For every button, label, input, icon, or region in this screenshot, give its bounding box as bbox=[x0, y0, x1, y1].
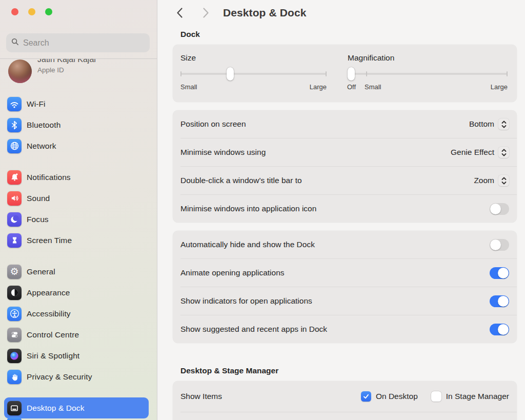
position-on-screen-row: Position on screen Bottom bbox=[173, 110, 517, 138]
minimise-windows-using-row: Minimise windows using Genie Effect bbox=[173, 138, 517, 166]
hourglass-icon bbox=[7, 233, 22, 248]
minimise-into-icon-row: Minimise windows into application icon bbox=[173, 195, 517, 223]
select-value: Genie Effect bbox=[451, 148, 494, 157]
size-slider[interactable] bbox=[180, 67, 327, 81]
sidebar-item-siri[interactable]: Siri & Spotlight bbox=[4, 345, 149, 366]
sidebar-item-control-centre[interactable]: Control Centre bbox=[4, 324, 149, 345]
header: Desktop & Dock bbox=[158, 0, 525, 19]
slider-track[interactable] bbox=[348, 73, 508, 75]
sidebar-item-privacy[interactable]: Privacy & Security bbox=[4, 366, 149, 387]
checkbox-label: On Desktop bbox=[376, 392, 418, 401]
sidebar-item-bluetooth[interactable]: Bluetooth bbox=[4, 114, 149, 135]
sidebar-item-label: Network bbox=[27, 142, 56, 151]
row-label: Show suggested and recent apps in Dock bbox=[180, 325, 327, 334]
row-label: Minimise windows using bbox=[180, 148, 266, 157]
avatar bbox=[8, 59, 32, 83]
magnification-max-label: Large bbox=[491, 83, 508, 91]
hand-icon bbox=[7, 370, 22, 384]
apple-id-subtitle: Apple ID bbox=[37, 66, 96, 74]
show-suggested-apps-row: Show suggested and recent apps in Dock bbox=[173, 315, 517, 343]
sidebar: Jatin Kajal Kajal Apple ID Wi-Fi Bluetoo… bbox=[0, 0, 157, 420]
slider-tick bbox=[507, 71, 508, 76]
minimize-button[interactable] bbox=[28, 8, 35, 15]
forward-button[interactable] bbox=[201, 7, 210, 19]
double-click-title-bar-row: Double-click a window’s title bar to Zoo… bbox=[173, 167, 517, 194]
select-value: Bottom bbox=[469, 119, 494, 129]
minimise-into-icon-toggle[interactable] bbox=[490, 203, 509, 215]
page-title: Desktop & Dock bbox=[223, 7, 306, 19]
select-value: Zoom bbox=[474, 176, 494, 185]
size-max-label: Large bbox=[310, 83, 327, 91]
size-slider-thumb[interactable] bbox=[227, 67, 234, 81]
zoom-button[interactable] bbox=[45, 8, 52, 15]
sidebar-item-focus[interactable]: Focus bbox=[4, 209, 149, 230]
show-items-row: Show Items On Desktop In Stage Manager bbox=[173, 381, 517, 412]
sidebar-item-general[interactable]: ⚙ General bbox=[4, 261, 149, 282]
animate-opening-row: Animate opening applications bbox=[173, 259, 517, 287]
sidebar-item-sound[interactable]: Sound bbox=[4, 188, 149, 209]
sidebar-item-accessibility[interactable]: Accessibility bbox=[4, 303, 149, 324]
magnification-slider-thumb[interactable] bbox=[348, 67, 355, 81]
toggle-knob bbox=[498, 268, 509, 278]
section-title-dock: Dock bbox=[180, 30, 517, 39]
next-sidebar-item-partial bbox=[7, 417, 22, 420]
close-button[interactable] bbox=[11, 8, 18, 15]
chevron-up-down-icon[interactable] bbox=[498, 147, 509, 158]
sidebar-item-notifications[interactable]: Notifications bbox=[4, 167, 149, 188]
sidebar-item-network[interactable]: Network bbox=[4, 135, 149, 156]
search-icon bbox=[11, 37, 19, 48]
sidebar-item-label: Focus bbox=[27, 215, 49, 224]
wifi-icon bbox=[7, 97, 22, 111]
row-label: Double-click a window’s title bar to bbox=[180, 176, 302, 185]
animate-opening-toggle[interactable] bbox=[490, 267, 509, 279]
size-min-label: Small bbox=[180, 83, 197, 91]
row-label: Position on screen bbox=[180, 119, 246, 129]
position-on-screen-select[interactable]: Bottom bbox=[469, 118, 509, 130]
show-suggested-apps-toggle[interactable] bbox=[490, 324, 509, 335]
sidebar-item-label: Control Centre bbox=[27, 330, 79, 339]
sidebar-item-wifi[interactable]: Wi-Fi bbox=[4, 93, 149, 114]
on-desktop-option[interactable]: On Desktop bbox=[361, 391, 418, 402]
in-stage-manager-checkbox[interactable] bbox=[431, 391, 441, 402]
contrast-icon bbox=[7, 286, 22, 300]
sidebar-item-screen-time[interactable]: Screen Time bbox=[4, 230, 149, 251]
toggles-icon bbox=[7, 328, 22, 342]
section-title-stage-manager: Desktop & Stage Manager bbox=[180, 366, 517, 375]
bluetooth-icon bbox=[7, 118, 22, 132]
stage-manager-card: Show Items On Desktop In Stage Manager bbox=[173, 381, 517, 420]
back-button[interactable] bbox=[175, 7, 184, 19]
dock-sliders-card: Size Small Large Magnification bbox=[173, 45, 517, 102]
on-desktop-checkbox[interactable] bbox=[361, 391, 371, 402]
sidebar-item-label: Wi-Fi bbox=[27, 99, 46, 109]
chevron-up-down-icon[interactable] bbox=[498, 118, 509, 130]
row-label: Show indicators for open applications bbox=[180, 296, 312, 306]
dock-icon bbox=[7, 401, 22, 415]
magnification-off-label: Off bbox=[347, 83, 356, 91]
dock-options-card: Position on screen Bottom Minimise windo… bbox=[173, 110, 517, 223]
gear-icon: ⚙ bbox=[7, 265, 22, 279]
auto-hide-dock-toggle[interactable] bbox=[490, 239, 509, 251]
in-stage-manager-option[interactable]: In Stage Manager bbox=[431, 391, 509, 402]
sidebar-item-appearance[interactable]: Appearance bbox=[4, 282, 149, 303]
sidebar-item-label: Screen Time bbox=[27, 236, 72, 245]
moon-icon bbox=[7, 212, 22, 227]
slider-tick bbox=[326, 71, 327, 76]
apple-id-name: Jatin Kajal Kajal bbox=[37, 59, 96, 64]
sidebar-item-label: Sound bbox=[27, 194, 50, 203]
slider-track[interactable] bbox=[180, 73, 327, 75]
row-label: Automatically hide and show the Dock bbox=[180, 240, 315, 249]
sidebar-item-label: Appearance bbox=[27, 288, 70, 297]
sidebar-item-label: Privacy & Security bbox=[27, 372, 92, 382]
apple-id-row[interactable]: Jatin Kajal Kajal Apple ID bbox=[0, 59, 157, 85]
magnification-slider[interactable] bbox=[348, 67, 508, 81]
double-click-title-bar-select[interactable]: Zoom bbox=[474, 175, 509, 186]
minimise-windows-using-select[interactable]: Genie Effect bbox=[451, 147, 509, 158]
sidebar-item-desktop-dock[interactable]: Desktop & Dock bbox=[4, 397, 149, 418]
chevron-up-down-icon[interactable] bbox=[498, 175, 509, 186]
show-indicators-toggle[interactable] bbox=[490, 295, 509, 307]
sidebar-item-label: Accessibility bbox=[27, 309, 71, 318]
search-field[interactable] bbox=[6, 33, 150, 52]
search-input[interactable] bbox=[23, 38, 145, 48]
sidebar-item-label: Desktop & Dock bbox=[27, 404, 85, 413]
auto-hide-dock-row: Automatically hide and show the Dock bbox=[173, 231, 517, 258]
